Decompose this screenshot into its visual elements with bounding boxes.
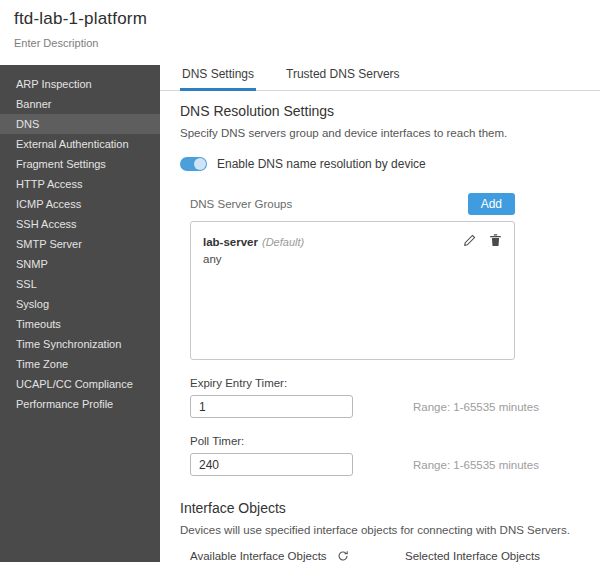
page-title: ftd-lab-1-platform bbox=[14, 9, 584, 29]
poll-timer-input[interactable] bbox=[190, 453, 353, 476]
dns-server-groups-list: lab-server(Default) any bbox=[190, 221, 515, 360]
group-default-badge: (Default) bbox=[262, 236, 304, 248]
enable-dns-toggle-label: Enable DNS name resolution by device bbox=[217, 157, 426, 171]
sidebar-item-time-synchronization[interactable]: Time Synchronization bbox=[0, 334, 160, 354]
toggle-knob bbox=[194, 158, 206, 170]
poll-timer-range-hint: Range: 1-65535 minutes bbox=[413, 459, 539, 471]
expiry-timer-input[interactable] bbox=[190, 395, 353, 418]
interface-objects-title: Interface Objects bbox=[180, 500, 580, 516]
refresh-icon[interactable] bbox=[337, 550, 349, 562]
sidebar-item-ucapl-cc-compliance[interactable]: UCAPL/CC Compliance bbox=[0, 374, 160, 394]
group-name: lab-server bbox=[203, 236, 258, 248]
available-interface-objects-label: Available Interface Objects bbox=[190, 550, 327, 562]
sidebar-item-banner[interactable]: Banner bbox=[0, 94, 160, 114]
sidebar-item-performance-profile[interactable]: Performance Profile bbox=[0, 394, 160, 414]
selected-interface-objects-label: Selected Interface Objects bbox=[405, 550, 540, 562]
sidebar-item-ssh-access[interactable]: SSH Access bbox=[0, 214, 160, 234]
expiry-timer-label: Expiry Entry Timer: bbox=[190, 377, 580, 389]
dns-settings-panel: DNS Settings Trusted DNS Servers DNS Res… bbox=[160, 65, 600, 562]
settings-sidebar: ARP Inspection Banner DNS External Authe… bbox=[0, 65, 160, 562]
sidebar-item-icmp-access[interactable]: ICMP Access bbox=[0, 194, 160, 214]
sidebar-item-ssl[interactable]: SSL bbox=[0, 274, 160, 294]
sidebar-item-external-authentication[interactable]: External Authentication bbox=[0, 134, 160, 154]
add-dns-server-group-button[interactable]: Add bbox=[468, 193, 515, 215]
dns-server-group-info: lab-server(Default) any bbox=[203, 232, 304, 265]
sidebar-item-snmp[interactable]: SNMP bbox=[0, 254, 160, 274]
group-value: any bbox=[203, 253, 304, 265]
sidebar-item-syslog[interactable]: Syslog bbox=[0, 294, 160, 314]
edit-group-icon[interactable] bbox=[463, 234, 476, 247]
interface-objects-subtitle: Devices will use specified interface obj… bbox=[180, 524, 580, 536]
dns-resolution-settings-subtitle: Specify DNS servers group and device int… bbox=[180, 127, 580, 139]
tab-bar: DNS Settings Trusted DNS Servers bbox=[160, 65, 600, 91]
delete-group-icon[interactable] bbox=[489, 234, 502, 247]
sidebar-item-dns[interactable]: DNS bbox=[0, 114, 160, 134]
poll-timer-label: Poll Timer: bbox=[190, 435, 580, 447]
sidebar-item-time-zone[interactable]: Time Zone bbox=[0, 354, 160, 374]
sidebar-item-timeouts[interactable]: Timeouts bbox=[0, 314, 160, 334]
dns-server-group-row[interactable]: lab-server(Default) any bbox=[191, 222, 514, 265]
tab-trusted-dns-servers[interactable]: Trusted DNS Servers bbox=[284, 67, 402, 91]
page-header: ftd-lab-1-platform Enter Description bbox=[0, 0, 600, 65]
tab-dns-settings[interactable]: DNS Settings bbox=[180, 67, 256, 91]
sidebar-item-smtp-server[interactable]: SMTP Server bbox=[0, 234, 160, 254]
dns-server-groups-label: DNS Server Groups bbox=[190, 198, 292, 210]
description-field[interactable]: Enter Description bbox=[14, 37, 584, 49]
dns-resolution-settings-title: DNS Resolution Settings bbox=[180, 103, 580, 119]
sidebar-item-fragment-settings[interactable]: Fragment Settings bbox=[0, 154, 160, 174]
enable-dns-toggle[interactable] bbox=[180, 157, 207, 171]
sidebar-item-arp-inspection[interactable]: ARP Inspection bbox=[0, 74, 160, 94]
expiry-timer-range-hint: Range: 1-65535 minutes bbox=[413, 401, 539, 413]
sidebar-item-http-access[interactable]: HTTP Access bbox=[0, 174, 160, 194]
